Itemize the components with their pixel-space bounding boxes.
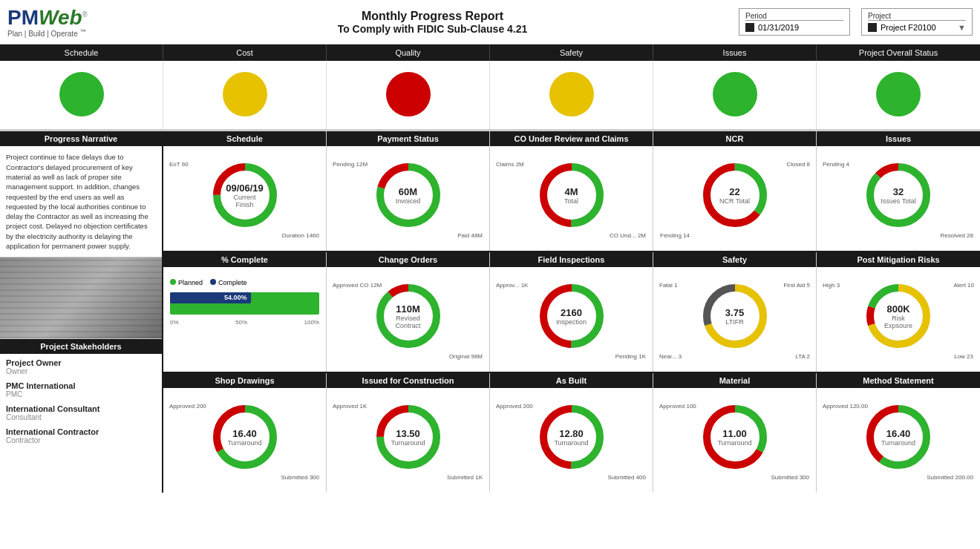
pm-donut: 800K Risk Expsoure [861,279,935,353]
change-orders-cell: Change Orders Approved CO 12M 110M Revis… [327,252,490,372]
co2-donut: 110M Revised Contract [371,279,445,353]
ncr-donut: 22 NCR Total [698,158,772,232]
ifc-cell: Issued for Construction Approved 1K 13.5… [327,373,490,493]
row3: Shop Drawings Approved 200 16.40 Turnaro… [163,373,980,493]
ncr-topright: Closed 8 [786,161,810,168]
bar-track: 54.00% [170,292,319,315]
pm-topright: Alert 10 [953,282,974,289]
row2: % Complete Planned Complete 54.00% 0% [163,252,980,373]
mat-topleft: Approved 100 [659,403,696,410]
project-image [0,257,162,339]
status-schedule: Schedule [0,45,163,61]
schedule-topleft: EoT 60 [169,161,189,168]
ms-bottomright: Submitted 200.00 [820,474,977,481]
issues-bottomright: Resolved 28 [820,232,977,239]
complete-dot [210,279,216,285]
main-content: Progress Narrative Project continue to f… [0,131,980,493]
circle-schedule [0,61,163,129]
safety-dot [549,72,594,116]
schedule-donut: 09/06/19 Current Finish [208,158,282,232]
fi-bottomright: Pending 1K [493,353,650,360]
pct-complete-cell: % Complete Planned Complete 54.00% 0% [163,252,327,372]
ab-bottomright: Submitted 400 [493,474,650,481]
ms-donut: 16.40 Turnaround [861,400,935,474]
header-fields: Period 01/31/2019 Project Project F20100… [739,8,973,36]
mat-bottomright: Submitted 300 [656,474,813,481]
payment-bottomright: Paid 48M [330,232,486,239]
dropdown-icon[interactable]: ▼ [958,23,966,32]
sd-bottomright: Submitted 300 [166,474,323,481]
ifc-donut: 13.50 Turnaround [371,400,445,474]
logo: PMWeb® Plan | Build | Operate ™ [7,6,126,38]
field-inspections-cell: Field Inspections Approv... 1K 2160 Insp… [490,252,653,372]
status-safety: Safety [490,45,653,61]
payment-topleft: Pending 12M [333,161,368,168]
schedule-dot [59,72,104,116]
ab-topleft: Approved 200 [496,403,533,410]
narrative-title: Progress Narrative [0,131,162,146]
safety-chart-cell: Safety Fatal 1 First Aid 5 3.75 LTIFR [653,252,817,372]
stakeholder-pmc: PMC International PMC [6,381,156,398]
circle-cost [163,61,327,129]
project-field[interactable]: Project Project F20100 ▼ [861,8,973,36]
row1: Schedule EoT 60 09/06/19 Current Finish [163,131,980,252]
sf-topleft: Fatal 1 [659,282,677,289]
ifc-bottomright: Submitted 1K [330,474,486,481]
co-cell: CO Under Review and Claims Claims 2M 4M … [490,131,653,251]
report-title: Monthly Progress Report To Comply with F… [126,10,739,35]
pm-bottomright: Low 23 [820,353,977,360]
payment-donut: 60M Invoiced [371,158,445,232]
right-panel: Schedule EoT 60 09/06/19 Current Finish [163,131,980,493]
pct-complete-chart: Planned Complete 54.00% 0% 50% 100% [166,272,323,329]
co-bottomright: CO Und... 2M [493,232,650,239]
ncr-cell: NCR Closed 8 22 NCR Total [653,131,817,251]
co-donut: 4M Total [535,158,609,232]
circle-quality [327,61,490,129]
fi-donut: 2160 Inspection [535,279,609,353]
ab-donut: 12.80 Turnaround [535,400,609,474]
as-built-cell: As Built Approved 200 12.80 Turnaround [490,373,653,493]
sf-donut: 3.75 LTIFR [698,279,772,353]
stakeholder-consultant: International Consultant Consultant [6,404,156,421]
sf-bottomright: LTA 2 [795,353,810,360]
stakeholder-owner: Project Owner Owner [6,358,156,375]
stakeholders-list: Project Owner Owner PMC International PM… [0,354,162,455]
circle-safety [490,61,653,129]
quality-dot [386,72,431,116]
issues-donut: 32 Issues Total [861,158,935,232]
status-cost: Cost [163,45,327,61]
circle-issues [653,61,817,129]
narrative-text: Project continue to face delays due to C… [0,146,162,257]
circle-overall [817,61,980,129]
period-icon [745,23,754,32]
status-circles-row [0,61,980,131]
method-statement-cell: Method Statement Approved 120.00 16.40 T… [817,373,980,493]
schedule-cell: Schedule EoT 60 09/06/19 Current Finish [163,131,327,251]
fi-topleft: Approv... 1K [496,282,528,289]
stakeholder-contractor: International Contractor Contractor [6,427,156,444]
status-issues: Issues [653,45,817,61]
post-mitigation-cell: Post Mitigation Risks High 3 Alert 10 80… [817,252,980,372]
planned-dot [170,279,176,285]
schedule-bottomright: Duration 1460 [166,232,323,239]
shop-drawings-cell: Shop Drawings Approved 200 16.40 Turnaro… [163,373,327,493]
overall-dot [876,72,921,116]
issues-cell: Issues Pending 4 32 Issues Total [817,131,980,251]
stakeholders-title: Project Stakeholders [0,339,162,354]
ifc-topleft: Approved 1K [333,403,367,410]
payment-cell: Payment Status Pending 12M 60M Invoiced [327,131,490,251]
header: PMWeb® Plan | Build | Operate ™ Monthly … [0,0,980,45]
period-field: Period 01/31/2019 [739,8,850,36]
sd-topleft: Approved 200 [169,403,206,410]
material-cell: Material Approved 100 11.00 Turnaround [653,373,817,493]
project-icon [868,23,877,32]
cost-dot [223,72,267,116]
sf-topright: First Aid 5 [783,282,810,289]
sd-donut: 16.40 Turnaround [208,400,282,474]
issues-dot [713,72,757,116]
ncr-bottomleft: Fending 14 [656,232,813,239]
status-bar: Schedule Cost Quality Safety Issues Proj… [0,45,980,61]
left-panel: Progress Narrative Project continue to f… [0,131,163,493]
sf-bottomleft: Near... 3 [659,353,682,360]
co2-bottomright: Original 98M [330,353,486,360]
